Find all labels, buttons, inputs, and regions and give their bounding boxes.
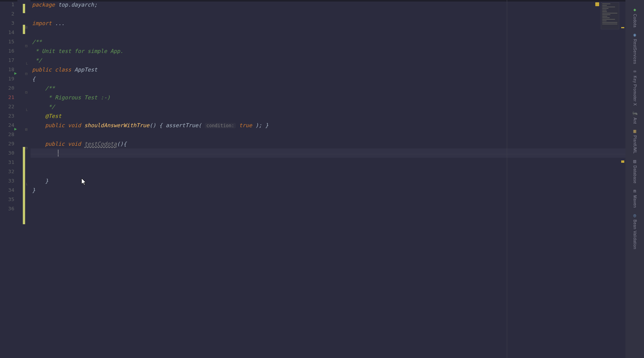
code-line[interactable]: public void shouldAnswerWithTrue() { ass… [31,121,644,130]
code-line[interactable]: } [31,186,644,195]
code-line[interactable] [31,130,644,139]
inspection-badge[interactable] [595,2,599,6]
annotation-gutter[interactable]: ▶▶ [17,0,23,358]
tool-label: Bean Validation [633,220,637,249]
line-number[interactable]: 23 [0,111,14,121]
code-line[interactable] [31,158,644,167]
line-number[interactable]: 19 [0,74,14,84]
beanvalidation-icon: ◎ [632,213,637,218]
code-line[interactable]: } [31,176,644,186]
code-line[interactable] [31,148,644,158]
tool-label: Maven [633,195,637,208]
token-kw: import [32,20,55,26]
tool-window-restservices[interactable]: ◉RestServices [626,30,643,65]
fold-collapse-icon[interactable]: ⊟ [25,90,29,94]
fold-expand-icon[interactable]: ⊞ [25,127,29,131]
line-number[interactable]: 34 [0,186,14,195]
line-number[interactable]: 30 [0,148,14,158]
code-minimap[interactable] [601,2,619,29]
line-number[interactable]: 20 [0,84,14,93]
text-caret [58,150,58,157]
tool-window-beanvalidation[interactable]: ◎Bean Validation [626,210,643,250]
warning-mark[interactable] [621,27,624,28]
line-number[interactable]: 16 [0,46,14,56]
line-number[interactable]: 24 [0,121,14,130]
error-stripe[interactable] [621,0,625,358]
token-plain: } [32,187,35,193]
run-test-icon[interactable]: ▶ [14,71,17,76]
token-method-warn: testCodota [84,141,117,147]
fold-expand-icon[interactable]: ⊞ [25,25,29,29]
line-number[interactable]: 33 [0,176,14,186]
tool-window-keypromoter[interactable]: ⌨Key Promoter X [626,66,643,107]
code-area[interactable]: package top.dayarch;import .../** * Unit… [31,0,644,358]
token-kw2: class [55,66,75,73]
fold-end-icon[interactable]: └ [25,183,29,187]
run-test-icon[interactable]: ▶ [14,126,17,131]
code-line[interactable] [31,9,644,19]
code-line[interactable]: package top.dayarch; [31,0,644,9]
code-line[interactable] [31,195,644,204]
token-anno: @Test [45,113,61,119]
line-number[interactable]: 28 [0,130,14,139]
token-lit: true [239,122,252,128]
tool-label: PlantUML [633,135,637,154]
line-number-gutter[interactable]: 1231415161718192021222324282930313233343… [0,0,17,358]
code-line[interactable] [31,204,644,213]
code-line[interactable]: /** [31,84,644,93]
fold-collapse-icon[interactable]: ⊟ [25,72,29,75]
fold-end-icon[interactable]: └ [25,109,29,113]
code-line[interactable]: public class AppTest [31,65,644,74]
tool-window-maven[interactable]: mMaven [626,186,643,209]
line-number[interactable]: 36 [0,204,14,213]
token-plain: (){ [117,141,126,147]
line-number[interactable]: 15 [0,37,14,46]
code-line[interactable]: public void testCodota(){ [31,139,644,148]
fold-collapse-icon[interactable]: ⊟ [25,44,29,48]
token-id-pkg: top.dayarch [58,2,94,8]
line-number[interactable]: 31 [0,158,14,167]
token-comment: /** [32,39,42,45]
line-number[interactable]: 22 [0,102,14,111]
tool-window-codota[interactable]: ◆Codota [626,5,643,28]
token-comment: * Rigorous Test :-) [45,94,111,101]
line-number[interactable]: 21 [0,93,14,102]
minimap-line [602,10,607,10]
fold-collapse-icon[interactable]: ⊟ [25,146,29,150]
line-number[interactable]: 17 [0,56,14,65]
tool-window-database[interactable]: ▤Database [626,156,643,184]
line-number[interactable]: 29 [0,139,14,148]
token-plain: () { [149,122,165,128]
code-line[interactable]: import ... [31,19,644,28]
codota-icon: ◆ [632,7,637,12]
minimap-line [602,3,610,4]
code-line[interactable]: @Test [31,111,644,121]
editor[interactable]: 1231415161718192021222324282930313233343… [0,0,644,358]
token-plain [32,104,45,110]
line-number[interactable]: 2 [0,9,14,19]
tool-window-plantuml[interactable]: ▦PlantUML [626,126,643,155]
code-line[interactable] [31,28,644,37]
line-number[interactable]: 35 [0,195,14,204]
maven-icon: m [632,188,637,194]
code-line[interactable]: */ [31,102,644,111]
line-number[interactable]: 3 [0,19,14,28]
code-line[interactable]: /** [31,37,644,46]
minimap-line [602,24,617,24]
code-line[interactable]: { [31,74,644,84]
token-plain: { [32,76,35,82]
minimap-line [602,19,615,20]
warning-mark[interactable] [621,162,624,163]
code-line[interactable]: * Unit test for simple App. [31,46,644,56]
code-line[interactable]: * Rigorous Test :-) [31,93,644,102]
fold-end-icon[interactable]: └ [25,62,29,66]
token-plain: assertTrue [166,122,198,128]
right-tool-windows: ◆Codota◉RestServices⌨Key Promoter X🐜Ant▦… [625,0,644,358]
fold-gutter[interactable]: ⊞⊟└⊟⊟└⊞⊟└ [25,0,31,358]
line-number[interactable]: 14 [0,28,14,37]
tool-window-ant[interactable]: 🐜Ant [626,108,643,125]
code-line[interactable]: */ [31,56,644,65]
line-number[interactable]: 32 [0,167,14,176]
code-line[interactable] [31,167,644,176]
line-number[interactable]: 18 [0,65,14,74]
